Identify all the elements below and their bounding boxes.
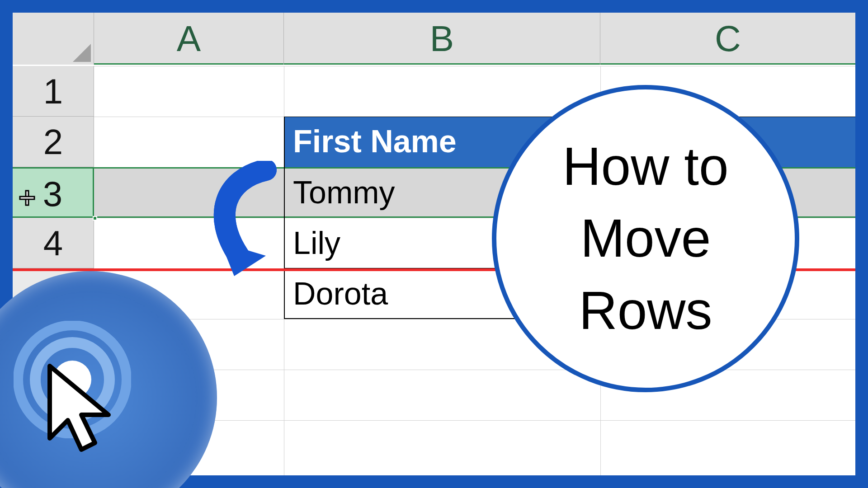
select-all-corner[interactable]	[13, 13, 94, 65]
column-header-B[interactable]: B	[284, 13, 600, 65]
thumbnail-frame: A B C 1 2 3 4 5 First Name me	[0, 0, 868, 488]
row-header-1[interactable]: 1	[13, 66, 94, 117]
row-insert-cursor-icon	[18, 189, 36, 207]
svg-rect-2	[20, 197, 34, 199]
mouse-cursor-icon	[41, 361, 122, 461]
selection-fill-handle[interactable]	[93, 216, 97, 221]
title-circle-overlay: How to Move Rows	[492, 85, 799, 392]
title-line-3: Rows	[579, 275, 712, 347]
column-header-bar: A B C	[13, 13, 855, 65]
column-header-C[interactable]: C	[600, 13, 855, 65]
table-header-first-name: First Name	[293, 123, 457, 160]
title-line-2: Move	[580, 202, 711, 274]
column-header-A[interactable]: A	[94, 13, 284, 65]
gridline	[94, 66, 855, 66]
svg-marker-7	[50, 366, 108, 450]
svg-marker-0	[73, 44, 91, 62]
row-header-4[interactable]: 4	[13, 218, 94, 268]
title-line-1: How to	[562, 131, 728, 202]
row-header-2[interactable]: 2	[13, 117, 94, 167]
select-all-triangle-icon	[73, 44, 91, 62]
